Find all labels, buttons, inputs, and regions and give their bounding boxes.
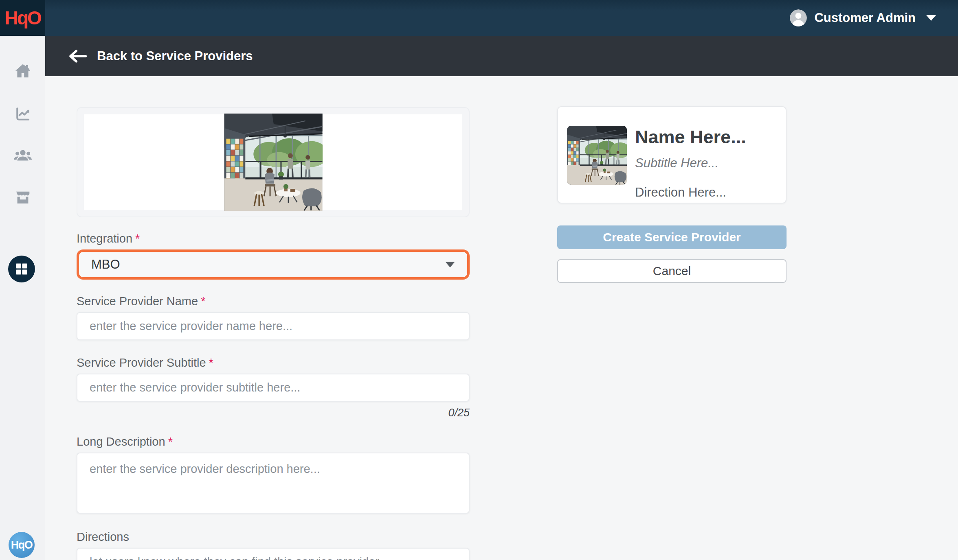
subtitle-char-counter: 0/25: [77, 407, 470, 419]
provider-subtitle-input[interactable]: [77, 374, 470, 402]
back-button[interactable]: Back to Service Providers: [68, 49, 253, 63]
back-button-label: Back to Service Providers: [97, 49, 253, 63]
user-avatar-icon: [790, 9, 807, 26]
integration-selected-value: MBO: [91, 257, 120, 272]
service-provider-preview-card: Name Here... Subtitle Here... Direction …: [557, 106, 787, 203]
provider-subtitle-label: Service Provider Subtitle*: [77, 356, 470, 370]
preview-thumbnail: [567, 126, 627, 185]
grid-icon: [14, 261, 29, 277]
trend-chart-icon: [14, 105, 32, 123]
provider-name-input[interactable]: [77, 312, 470, 340]
user-menu[interactable]: Customer Admin: [790, 0, 936, 36]
required-asterisk: *: [201, 295, 205, 308]
sidebar-item-analytics[interactable]: [0, 102, 45, 126]
storefront-icon: [13, 188, 32, 207]
hqo-footer-logo[interactable]: HqO: [9, 532, 35, 558]
top-bar: HqO Customer Admin: [0, 0, 958, 36]
sidebar-item-marketplace[interactable]: [0, 185, 45, 210]
hqo-logo-text: HqO: [4, 7, 40, 29]
preview-direction: Direction Here...: [635, 185, 746, 200]
preview-subtitle: Subtitle Here...: [635, 156, 746, 171]
page-header: Back to Service Providers: [45, 36, 958, 76]
select-caret-icon: [445, 262, 455, 267]
sidebar: HqO: [0, 36, 45, 560]
hqo-logo[interactable]: HqO: [0, 0, 45, 36]
sidebar-item-home[interactable]: [0, 59, 45, 83]
users-icon: [13, 146, 33, 165]
cancel-button[interactable]: Cancel: [557, 259, 787, 283]
home-icon: [13, 62, 32, 81]
sidebar-item-users[interactable]: [0, 143, 45, 168]
integration-select[interactable]: MBO: [77, 249, 470, 280]
service-provider-form: Integration* MBO Service Provider Name* …: [77, 107, 470, 560]
long-description-label: Long Description*: [77, 435, 470, 448]
preview-column: Name Here... Subtitle Here... Direction …: [557, 106, 787, 283]
required-asterisk: *: [209, 356, 213, 369]
required-asterisk: *: [168, 435, 173, 448]
user-name: Customer Admin: [814, 11, 916, 25]
chevron-down-icon: [926, 15, 936, 21]
provider-name-label: Service Provider Name*: [77, 295, 470, 308]
preview-name: Name Here...: [635, 127, 746, 148]
sidebar-item-service-providers-active[interactable]: [8, 256, 35, 282]
preview-texts: Name Here... Subtitle Here... Direction …: [635, 126, 746, 200]
directions-input[interactable]: [77, 548, 470, 560]
image-upload-card[interactable]: [77, 107, 470, 217]
hqo-footer-logo-text: HqO: [11, 539, 33, 551]
create-service-provider-button[interactable]: Create Service Provider: [557, 225, 787, 249]
long-description-textarea[interactable]: [77, 453, 470, 514]
directions-label: Directions: [77, 530, 470, 544]
back-arrow-icon: [68, 49, 87, 63]
required-asterisk: *: [135, 232, 140, 245]
main-content: Integration* MBO Service Provider Name* …: [45, 76, 958, 560]
service-provider-photo: [224, 114, 323, 211]
image-upload-inner: [84, 114, 462, 210]
integration-label: Integration*: [77, 232, 470, 245]
